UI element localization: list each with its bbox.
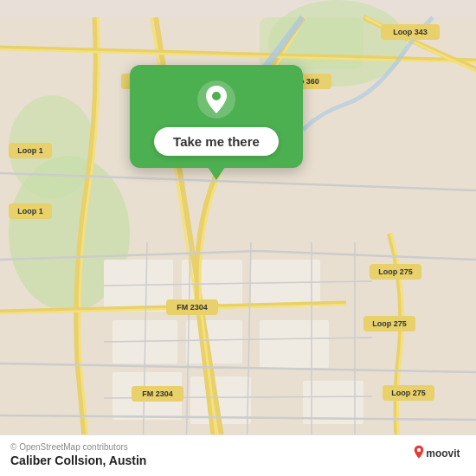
svg-point-55 (417, 447, 421, 452)
map-container: Loop 343 Loop 360 Loop 1 Loop 1 Loop 1 F… (0, 0, 476, 476)
take-me-there-button[interactable]: Take me there (154, 127, 279, 156)
location-title: Caliber Collsion, Austin (10, 453, 146, 467)
svg-text:Loop 275: Loop 275 (372, 319, 407, 328)
svg-text:FM 2304: FM 2304 (177, 303, 208, 312)
popup-card: Take me there (130, 65, 303, 168)
svg-rect-8 (186, 320, 242, 363)
svg-text:moovit: moovit (426, 447, 460, 460)
svg-text:Loop 275: Loop 275 (378, 267, 413, 276)
svg-rect-10 (260, 320, 329, 368)
svg-text:FM 2304: FM 2304 (142, 389, 173, 398)
svg-text:Loop 1: Loop 1 (17, 146, 43, 155)
moovit-logo: moovit (414, 443, 466, 467)
svg-text:Loop 1: Loop 1 (17, 207, 43, 215)
svg-point-54 (212, 92, 221, 100)
bottom-bar: © OpenStreetMap contributors Caliber Col… (0, 434, 476, 476)
moovit-logo-icon: moovit (414, 443, 466, 467)
location-pin-icon (197, 80, 235, 119)
bottom-bar-left: © OpenStreetMap contributors Caliber Col… (10, 442, 146, 467)
svg-text:Loop 343: Loop 343 (393, 28, 428, 36)
attribution-text: © OpenStreetMap contributors (10, 442, 146, 452)
svg-text:Loop 275: Loop 275 (391, 389, 426, 397)
